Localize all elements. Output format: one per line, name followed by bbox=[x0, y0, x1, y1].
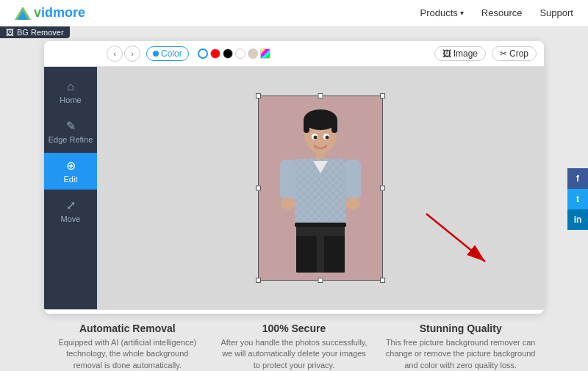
handle-tl[interactable] bbox=[256, 93, 261, 98]
feature-secure-desc: After you handle the photos successfully… bbox=[218, 337, 370, 371]
facebook-button[interactable]: f bbox=[567, 168, 588, 189]
edge-refine-icon: ✎ bbox=[66, 119, 76, 133]
feature-quality-desc: This free picture background remover can… bbox=[384, 337, 537, 371]
handle-br[interactable] bbox=[380, 278, 385, 283]
bottom-bar: ‹ › ⊖ 38% ⊕ New Image Download bbox=[44, 309, 544, 314]
sidebar-item-edge-refine[interactable]: ✎ Edge Refine bbox=[44, 113, 97, 150]
svg-line-25 bbox=[426, 214, 485, 262]
toolbar-nav: ‹ › bbox=[107, 46, 140, 62]
color-indicator bbox=[153, 51, 159, 57]
handle-tr[interactable] bbox=[380, 93, 385, 98]
sidebar: ⌂ Home ✎ Edge Refine ⊕ Edit ⤢ Move bbox=[44, 67, 97, 309]
home-icon: ⌂ bbox=[67, 80, 74, 93]
sidebar-item-edit[interactable]: ⊕ Edit bbox=[44, 153, 97, 190]
linkedin-button[interactable]: in bbox=[567, 209, 588, 230]
swatch-custom[interactable] bbox=[260, 48, 270, 59]
nav-forward-button[interactable]: › bbox=[124, 46, 140, 62]
feature-secure: 100% Secure After you handle the photos … bbox=[211, 323, 378, 371]
move-icon: ⤢ bbox=[66, 198, 76, 212]
logo[interactable]: vidmore bbox=[15, 5, 85, 21]
handle-ml[interactable] bbox=[256, 186, 261, 191]
nav-products[interactable]: Products ▾ bbox=[420, 7, 464, 18]
app-window: 🖼 BG Remover ‹ › Color 🖼 bbox=[44, 41, 544, 314]
image-container[interactable] bbox=[258, 96, 383, 281]
arrow-annotation bbox=[404, 199, 507, 273]
header: vidmore Products ▾ Resource Support bbox=[0, 0, 588, 26]
sidebar-item-home[interactable]: ⌂ Home bbox=[44, 74, 97, 110]
swatch-white[interactable] bbox=[235, 48, 245, 59]
twitter-button[interactable]: t bbox=[567, 189, 588, 209]
selection-box bbox=[258, 96, 383, 281]
app-content: ⌂ Home ✎ Edge Refine ⊕ Edit ⤢ Move bbox=[44, 67, 544, 309]
handle-tm[interactable] bbox=[318, 93, 323, 98]
feature-quality-title: Stunning Quality bbox=[384, 323, 537, 334]
swatch-black[interactable] bbox=[223, 48, 233, 59]
feature-automatic-desc: Equipped with AI (artificial intelligenc… bbox=[51, 337, 204, 371]
feature-secure-title: 100% Secure bbox=[218, 323, 370, 334]
header-nav: Products ▾ Resource Support bbox=[420, 7, 574, 18]
image-mode-button[interactable]: 🖼 Image bbox=[434, 46, 486, 61]
swatch-skin[interactable] bbox=[248, 48, 258, 59]
nav-resource[interactable]: Resource bbox=[481, 7, 523, 18]
color-mode-button[interactable]: Color bbox=[146, 46, 189, 61]
feature-quality: Stunning Quality This free picture backg… bbox=[377, 323, 544, 371]
app-toolbar: ‹ › Color 🖼 Image ✂ Crop bbox=[44, 41, 544, 67]
chevron-down-icon: ▾ bbox=[460, 9, 464, 17]
logo-text: vidmore bbox=[34, 5, 85, 21]
canvas-area bbox=[97, 67, 544, 309]
nav-back-button[interactable]: ‹ bbox=[107, 46, 123, 62]
handle-bm[interactable] bbox=[318, 278, 323, 283]
handle-bl[interactable] bbox=[256, 278, 261, 283]
crop-mode-button[interactable]: ✂ Crop bbox=[492, 46, 537, 61]
feature-automatic: Automatic Removal Equipped with AI (arti… bbox=[44, 323, 211, 371]
handle-mr[interactable] bbox=[380, 186, 385, 191]
features-row: Automatic Removal Equipped with AI (arti… bbox=[44, 323, 544, 371]
feature-automatic-title: Automatic Removal bbox=[51, 323, 204, 334]
logo-icon bbox=[15, 7, 31, 20]
social-sidebar: f t in bbox=[567, 168, 588, 230]
main-content: 🖼 BG Remover ‹ › Color 🖼 bbox=[0, 26, 588, 371]
sidebar-item-move[interactable]: ⤢ Move bbox=[44, 192, 97, 229]
nav-support[interactable]: Support bbox=[539, 7, 573, 18]
swatch-transparent[interactable] bbox=[198, 48, 208, 59]
edit-icon: ⊕ bbox=[66, 159, 76, 173]
color-swatches bbox=[198, 48, 270, 59]
swatch-red[interactable] bbox=[210, 48, 220, 59]
